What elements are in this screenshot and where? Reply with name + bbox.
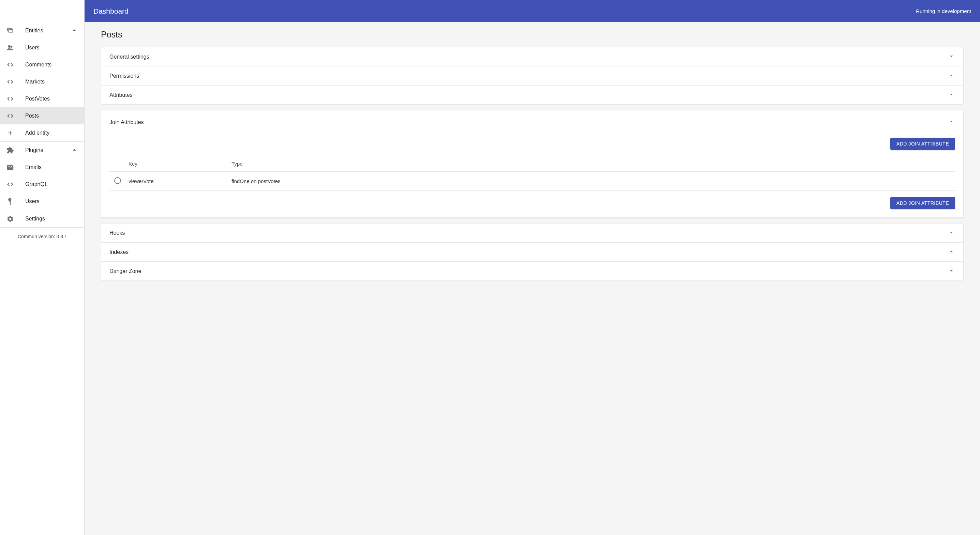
sidebar-item-label: Posts [25,113,78,119]
code-icon [6,95,14,103]
app-header: Dashboard Running in development [84,0,980,22]
chevron-down-icon [948,267,955,275]
panel-join-attributes-header[interactable]: Join Attributes [101,110,963,132]
panel-title: Hooks [110,230,125,236]
layers-icon [6,27,14,35]
sidebar-item-users[interactable]: Users [0,39,84,56]
sidebar-item-comments[interactable]: Comments [0,56,84,73]
sidebar-section-plugins: Plugins Emails GraphQL [0,142,84,210]
header-title: Dashboard [94,7,129,15]
sidebar-header-entities[interactable]: Entities [0,22,84,39]
sidebar-item-emails[interactable]: Emails [0,159,84,176]
sidebar-item-settings[interactable]: Settings [0,210,84,227]
panel-danger-zone[interactable]: Danger Zone [101,262,964,281]
panel-hooks[interactable]: Hooks [101,223,964,243]
panel-title: Permissions [110,73,139,79]
sidebar-item-label: Settings [25,216,78,222]
header-env-label: Running in development [916,8,971,14]
chevron-down-icon [948,71,955,80]
panel-title: Join Attributes [110,119,144,125]
sidebar-item-label: Add entity [25,130,78,136]
code-icon [6,112,14,120]
version-label: Commun version: 0.3.1 [0,228,84,239]
sidebar-item-label: PostVotes [25,96,78,102]
sidebar-item-label: Users [25,44,78,51]
add-join-attribute-button-bottom[interactable]: ADD JOIN ATTRIBUTE [890,197,955,209]
chevron-down-icon [948,90,955,99]
sidebar-item-label: Comments [25,62,78,68]
svg-rect-1 [8,29,13,32]
sidebar-item-markets[interactable]: Markets [0,73,84,90]
panel-title: Danger Zone [110,268,141,274]
sidebar-header-entities-label: Entities [25,28,71,34]
content: Posts General settings Permissions [84,22,980,294]
code-icon [6,78,14,86]
panel-stack-bottom: Hooks Indexes Danger Zone [101,223,964,281]
table-header-key: Key [127,156,229,172]
table-header-type: Type [229,156,955,172]
extension-icon [6,146,14,154]
sidebar: Entities Users Comments [0,0,84,535]
sidebar-item-label: Markets [25,79,78,85]
sidebar-item-postvotes[interactable]: PostVotes [0,90,84,107]
panel-title: Attributes [110,92,133,98]
sidebar-section-entities: Entities Users Comments [0,22,84,142]
table-header-select [110,156,127,172]
sidebar-header-plugins[interactable]: Plugins [0,142,84,159]
panel-join-attributes: Join Attributes ADD JOIN ATTRIBUTE Key T… [101,110,964,218]
svg-point-3 [11,46,12,48]
sidebar-item-posts[interactable]: Posts [0,107,84,124]
panel-title: General settings [110,54,150,60]
chevron-up-icon [948,118,955,126]
sidebar-top-spacer [0,0,84,22]
code-icon [6,180,14,189]
chevron-down-icon [948,248,955,256]
main: Dashboard Running in development Posts G… [84,0,980,535]
join-attributes-table: Key Type viewerVote findOne on postVotes [110,156,955,191]
panel-body: ADD JOIN ATTRIBUTE Key Type [101,138,963,217]
add-join-attribute-button-top[interactable]: ADD JOIN ATTRIBUTE [890,138,955,150]
chevron-down-icon [948,52,955,61]
sidebar-header-plugins-label: Plugins [25,147,71,153]
key-icon [6,197,14,205]
panel-indexes[interactable]: Indexes [101,243,964,262]
panel-permissions[interactable]: Permissions [101,67,964,86]
gear-icon [6,215,14,223]
sidebar-item-plugin-users[interactable]: Users [0,193,84,210]
users-icon [6,44,14,52]
cell-key: viewerVote [127,172,229,191]
panel-general-settings[interactable]: General settings [101,47,964,67]
chevron-up-icon [71,27,78,35]
chevron-up-icon [71,146,78,155]
panel-attributes[interactable]: Attributes [101,86,964,105]
page-title: Posts [101,30,964,40]
plus-icon [6,129,14,137]
code-icon [6,61,14,69]
cell-type: findOne on postVotes [229,172,955,191]
sidebar-item-label: Emails [25,164,78,170]
sidebar-item-add-entity[interactable]: Add entity [0,124,84,141]
chevron-down-icon [948,229,955,237]
sidebar-section-settings: Settings [0,210,84,228]
sidebar-item-label: Users [25,198,78,205]
panel-title: Indexes [110,249,129,255]
sidebar-item-label: GraphQL [25,181,78,187]
mail-icon [6,163,14,171]
panel-stack-top: General settings Permissions Attributes [101,47,964,105]
sidebar-item-graphql[interactable]: GraphQL [0,176,84,193]
table-row[interactable]: viewerVote findOne on postVotes [110,172,955,191]
svg-point-2 [8,45,11,48]
radio-icon[interactable] [114,177,121,184]
